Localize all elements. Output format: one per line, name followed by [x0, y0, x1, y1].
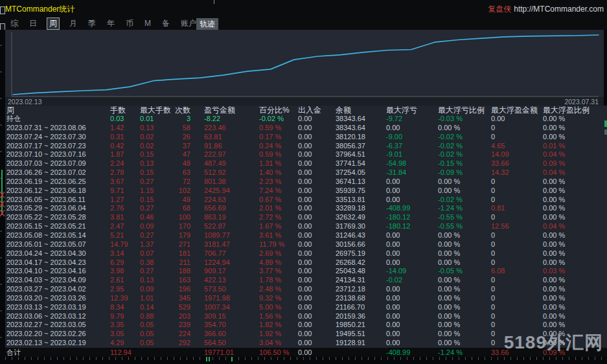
table-row[interactable]: 2023.03.06 ~ 2023.03.129.790.88203309.15…: [0, 312, 607, 321]
table-row[interactable]: 2023.03.27 ~ 2023.04.022.950.09196573.50…: [0, 285, 607, 294]
cell-period: 2023.04.24 ~ 2023.04.30: [0, 249, 110, 258]
cell-dd: 0.00: [386, 258, 438, 267]
menu-item-综[interactable]: 综: [9, 18, 19, 29]
table-row[interactable]: 2023.04.17 ~ 2023.04.236.290.382111224.9…: [0, 258, 607, 267]
table-row[interactable]: 2023.06.12 ~ 2023.06.189.711.151022425.9…: [0, 187, 607, 196]
cell-pnl: 909.17: [193, 267, 259, 276]
cell-count: 196: [170, 285, 193, 294]
cell-period: 2023.04.17 ~ 2023.04.23: [0, 258, 110, 267]
site-url[interactable]: http://MTCommander.com: [514, 5, 604, 14]
column-header[interactable]: 次数: [170, 106, 193, 115]
x-axis-start-label: 2023.02.13: [8, 98, 42, 106]
table-row[interactable]: 2023.07.24 ~ 2023.07.300.310.022663.810.…: [0, 133, 607, 142]
menu-item-月[interactable]: 月: [68, 18, 78, 29]
column-header[interactable]: 最大浮亏: [386, 106, 438, 115]
menu-item-日[interactable]: 日: [28, 18, 38, 29]
column-header[interactable]: 最大浮盈比例: [543, 106, 606, 115]
app-title: MTCommander统计: [5, 4, 74, 15]
table-row[interactable]: 2023.03.13 ~ 2023.03.198.340.145291007.3…: [0, 303, 607, 312]
cell-fp_pct: 0.01 %: [543, 142, 606, 151]
column-header[interactable]: 百分比%: [259, 106, 297, 115]
table-row[interactable]: 2023.04.03 ~ 2023.04.092.610.13163422.13…: [0, 276, 607, 285]
table-row[interactable]: 2023.04.10 ~ 2023.04.163.980.27188909.17…: [0, 267, 607, 276]
menu-item-周[interactable]: 周: [47, 17, 60, 30]
cell-dd_pct: 0.00 %: [438, 177, 491, 187]
cell-dd: 0.00: [386, 330, 438, 339]
table-row[interactable]: 2023.07.10 ~ 2023.07.161.870.1547222.970…: [0, 150, 607, 159]
cell-lots: 1.27: [110, 196, 140, 205]
cell-max_lots: 1.01: [140, 294, 170, 303]
cell-pnl: 223.46: [193, 124, 259, 133]
cell-pct: 0.59 %: [259, 124, 297, 133]
menu-item-币[interactable]: 币: [124, 18, 135, 29]
column-header[interactable]: 余额: [336, 106, 386, 115]
column-header[interactable]: 最大浮亏比例: [438, 106, 491, 115]
table-row[interactable]: 2023.02.27 ~ 2023.03.053.350.05239354.70…: [0, 321, 607, 330]
cell-max_lots: 0.07: [140, 249, 170, 258]
cell-pnl: 224.63: [193, 196, 259, 205]
cell-dd_pct: 0.00 %: [438, 276, 491, 285]
column-header[interactable]: 最大手数: [140, 106, 170, 115]
menu-item-年[interactable]: 年: [106, 18, 116, 29]
cell-pnl: 2425.94: [193, 187, 259, 196]
cell-count: 203: [170, 312, 193, 321]
cell-dd_pct: 0.00 %: [438, 124, 491, 133]
table-row[interactable]: 2023.05.15 ~ 2023.05.212.470.09170522.87…: [0, 222, 607, 231]
cell-dd_pct: -0.55 %: [438, 222, 491, 231]
menu-item-备[interactable]: 备: [161, 18, 171, 29]
cell-dd_pct: 0.00 %: [438, 312, 491, 321]
table-row[interactable]: 2023.04.24 ~ 2023.04.303.140.07181706.77…: [0, 249, 607, 258]
cell-period: 合计: [0, 348, 110, 357]
menu-item-账户[interactable]: 账户: [179, 18, 198, 29]
cell-pct: 1.56 %: [259, 312, 297, 321]
table-row[interactable]: 2023.07.17 ~ 2023.07.230.420.023791.860.…: [0, 142, 607, 151]
menu-item-M[interactable]: M: [143, 19, 152, 28]
table-row[interactable]: 2023.06.26 ~ 2023.07.022.780.1563512.921…: [0, 168, 607, 177]
cell-fp: 0: [491, 240, 543, 249]
cell-pnl: 706.77: [193, 249, 259, 258]
cell-fp: 4.65: [491, 142, 543, 151]
column-header[interactable]: 周: [0, 106, 110, 115]
table-row[interactable]: 2023.03.20 ~ 2023.03.2612.391.013451971.…: [0, 294, 607, 303]
cell-max_lots: [140, 348, 170, 357]
cell-fp_pct: 0.00 %: [543, 294, 606, 303]
table-row[interactable]: 2023.07.31 ~ 2023.08.061.420.1358223.460…: [0, 124, 607, 133]
column-header[interactable]: 最大浮盈金额: [491, 106, 543, 115]
period-menu-bar: 综日周月季年币M备账户 轨迹: [0, 17, 607, 30]
cell-count: 26: [170, 133, 193, 142]
table-row[interactable]: 2023.05.08 ~ 2023.05.145.210.271791089.7…: [0, 231, 607, 240]
cell-fp: 0: [491, 124, 543, 133]
cell-dd: -180.12: [386, 222, 438, 231]
track-button[interactable]: 轨迹: [196, 18, 218, 30]
cell-fp_pct: 0.00 %: [543, 249, 606, 258]
cell-period: 2023.03.06 ~ 2023.03.12: [0, 312, 110, 321]
ruler-mark-green: [206, 357, 207, 361]
menu-item-季[interactable]: 季: [87, 18, 97, 29]
cell-period: 2023.02.20 ~ 2023.02.26: [0, 330, 110, 339]
cell-count: 163: [170, 276, 193, 285]
table-row[interactable]: 2023.06.19 ~ 2023.06.253.670.2772801.382…: [0, 177, 607, 187]
table-row[interactable]: 2023.06.05 ~ 2023.06.111.270.1549224.630…: [0, 196, 607, 205]
cell-max_lots: 0.13: [140, 124, 170, 133]
column-header[interactable]: 手数: [110, 106, 140, 115]
cell-count: 224: [170, 330, 193, 339]
cell-lots: 0.03: [110, 115, 140, 124]
table-row[interactable]: 2023.07.03 ~ 2023.07.092.240.1348487.491…: [0, 159, 607, 168]
cell-max_lots: 1.15: [140, 187, 170, 196]
cell-count: 37: [170, 142, 193, 151]
equity-chart[interactable]: [5, 30, 604, 97]
cell-count: 529: [170, 303, 193, 312]
cell-balance: 33289.18: [336, 204, 386, 213]
cell-lots: 0.42: [110, 142, 140, 151]
column-header[interactable]: 出入金: [297, 106, 336, 115]
cell-fp: 0: [491, 321, 543, 330]
cell-balance: 30156.66: [336, 240, 386, 249]
cell-count: 102: [170, 187, 193, 196]
cell-dd_pct: -1.24 %: [438, 204, 491, 213]
table-row[interactable]: 2023.05.22 ~ 2023.05.283.810.46100863.19…: [0, 213, 607, 222]
column-header[interactable]: 盈亏金额: [193, 106, 259, 115]
table-row[interactable]: 2023.05.01 ~ 2023.05.0714.791.372713181.…: [0, 240, 607, 249]
cell-pnl: 512.92: [193, 168, 259, 177]
cell-balance: 23138.68: [336, 294, 386, 303]
table-row[interactable]: 2023.05.29 ~ 2023.06.042.760.2768656.692…: [0, 204, 607, 213]
